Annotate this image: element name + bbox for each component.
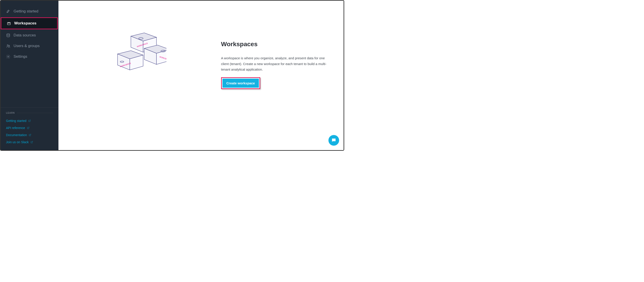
sidebar: Getting started Workspaces Data sources …	[1, 1, 58, 150]
sidebar-item-data-sources[interactable]: Data sources	[1, 30, 58, 41]
rocket-icon	[6, 9, 10, 13]
external-link-icon	[28, 119, 31, 122]
learn-heading: LEARN	[6, 112, 53, 114]
sidebar-item-label: Getting started	[14, 9, 38, 13]
sidebar-item-getting-started[interactable]: Getting started	[1, 6, 58, 17]
main-content: WORKSPACE WORKSPACE WORKSPACE	[58, 1, 344, 150]
learn-link-label: Documentation	[6, 133, 27, 137]
learn-section: LEARN Getting started API reference Docu…	[1, 107, 58, 146]
box-icon	[7, 21, 11, 25]
svg-point-2	[7, 45, 8, 46]
external-link-icon	[29, 134, 31, 136]
create-workspace-button[interactable]: Create workspace	[222, 79, 259, 88]
sidebar-item-label: Users & groups	[14, 44, 40, 48]
learn-link-label: API reference	[6, 126, 25, 130]
users-icon	[6, 44, 10, 48]
sidebar-item-label: Workspaces	[14, 21, 36, 25]
svg-rect-0	[7, 22, 10, 25]
learn-link-api-reference[interactable]: API reference	[6, 124, 53, 131]
learn-link-getting-started[interactable]: Getting started	[6, 117, 53, 124]
svg-point-3	[9, 45, 10, 46]
gear-icon	[6, 54, 10, 59]
highlight-workspaces: Workspaces	[1, 17, 58, 29]
learn-link-slack[interactable]: Join us on Slack	[6, 139, 53, 146]
page-title: Workspaces	[221, 41, 330, 48]
page-description: A workspace is where you organize, analy…	[221, 55, 330, 72]
sidebar-item-settings[interactable]: Settings	[1, 51, 58, 62]
learn-link-label: Getting started	[6, 119, 26, 123]
database-icon	[6, 33, 10, 37]
external-link-icon	[30, 141, 33, 143]
illustration-column: WORKSPACE WORKSPACE WORKSPACE	[72, 27, 201, 83]
chat-icon	[331, 138, 336, 143]
svg-point-4	[8, 56, 9, 57]
sidebar-item-label: Settings	[14, 54, 27, 59]
content-column: Workspaces A workspace is where you orga…	[201, 27, 330, 89]
workspace-illustration: WORKSPACE WORKSPACE WORKSPACE	[106, 32, 166, 83]
learn-link-label: Join us on Slack	[6, 140, 29, 144]
external-link-icon	[27, 127, 30, 129]
app-frame: Getting started Workspaces Data sources …	[0, 0, 344, 151]
highlight-create-button: Create workspace	[221, 77, 260, 89]
sidebar-item-workspaces[interactable]: Workspaces	[1, 18, 57, 29]
sidebar-item-users-groups[interactable]: Users & groups	[1, 41, 58, 51]
svg-point-1	[7, 34, 10, 35]
chat-widget-button[interactable]	[328, 135, 339, 146]
learn-link-documentation[interactable]: Documentation	[6, 131, 53, 139]
sidebar-item-label: Data sources	[14, 33, 36, 37]
